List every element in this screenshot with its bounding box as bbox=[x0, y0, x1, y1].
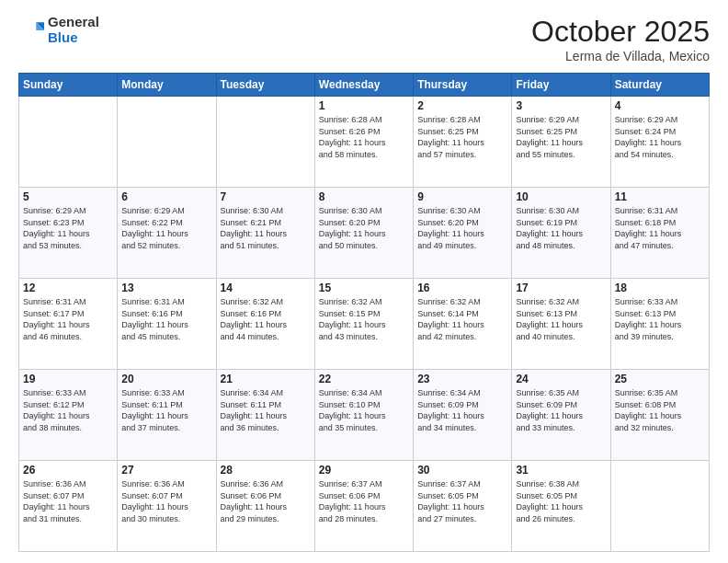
location-subtitle: Lerma de Villada, Mexico bbox=[531, 49, 710, 63]
calendar-cell: 24Sunrise: 6:35 AM Sunset: 6:09 PM Dayli… bbox=[512, 370, 610, 461]
day-number: 6 bbox=[121, 190, 211, 203]
day-info: Sunrise: 6:29 AM Sunset: 6:22 PM Dayligh… bbox=[121, 205, 211, 251]
day-info: Sunrise: 6:29 AM Sunset: 6:23 PM Dayligh… bbox=[23, 205, 113, 251]
logo-text: General Blue bbox=[48, 15, 99, 45]
header: General Blue October 2025 Lerma de Villa… bbox=[18, 15, 710, 63]
calendar-cell: 28Sunrise: 6:36 AM Sunset: 6:06 PM Dayli… bbox=[216, 461, 314, 552]
day-info: Sunrise: 6:38 AM Sunset: 6:05 PM Dayligh… bbox=[516, 478, 606, 524]
calendar-cell: 3Sunrise: 6:29 AM Sunset: 6:25 PM Daylig… bbox=[512, 97, 610, 188]
day-header-sunday: Sunday bbox=[19, 74, 118, 97]
day-info: Sunrise: 6:36 AM Sunset: 6:07 PM Dayligh… bbox=[23, 478, 113, 524]
day-info: Sunrise: 6:37 AM Sunset: 6:05 PM Dayligh… bbox=[417, 478, 507, 524]
day-number: 19 bbox=[23, 373, 113, 385]
day-header-thursday: Thursday bbox=[414, 74, 512, 97]
day-number: 26 bbox=[23, 464, 113, 477]
logo-general: General bbox=[48, 14, 99, 29]
calendar-cell: 14Sunrise: 6:32 AM Sunset: 6:16 PM Dayli… bbox=[216, 279, 314, 370]
calendar-cell: 13Sunrise: 6:31 AM Sunset: 6:16 PM Dayli… bbox=[118, 279, 216, 370]
day-number: 12 bbox=[23, 282, 113, 294]
calendar-cell: 5Sunrise: 6:29 AM Sunset: 6:23 PM Daylig… bbox=[19, 188, 118, 279]
day-info: Sunrise: 6:31 AM Sunset: 6:17 PM Dayligh… bbox=[23, 296, 113, 342]
calendar-header-row: SundayMondayTuesdayWednesdayThursdayFrid… bbox=[19, 74, 710, 97]
calendar-cell: 1Sunrise: 6:28 AM Sunset: 6:26 PM Daylig… bbox=[314, 97, 413, 188]
calendar-cell: 23Sunrise: 6:34 AM Sunset: 6:09 PM Dayli… bbox=[414, 370, 512, 461]
calendar-cell: 16Sunrise: 6:32 AM Sunset: 6:14 PM Dayli… bbox=[414, 279, 512, 370]
day-header-saturday: Saturday bbox=[610, 74, 709, 97]
calendar-week-2: 5Sunrise: 6:29 AM Sunset: 6:23 PM Daylig… bbox=[19, 188, 710, 279]
calendar-cell: 17Sunrise: 6:32 AM Sunset: 6:13 PM Dayli… bbox=[512, 279, 610, 370]
day-number: 4 bbox=[615, 99, 705, 112]
calendar-cell: 9Sunrise: 6:30 AM Sunset: 6:20 PM Daylig… bbox=[414, 188, 512, 279]
day-number: 25 bbox=[615, 373, 705, 385]
calendar-cell: 10Sunrise: 6:30 AM Sunset: 6:19 PM Dayli… bbox=[512, 188, 610, 279]
day-number: 8 bbox=[319, 190, 409, 203]
day-info: Sunrise: 6:29 AM Sunset: 6:24 PM Dayligh… bbox=[615, 114, 705, 160]
day-info: Sunrise: 6:33 AM Sunset: 6:13 PM Dayligh… bbox=[615, 296, 705, 342]
calendar-cell: 4Sunrise: 6:29 AM Sunset: 6:24 PM Daylig… bbox=[610, 97, 709, 188]
day-info: Sunrise: 6:31 AM Sunset: 6:16 PM Dayligh… bbox=[121, 296, 211, 342]
day-info: Sunrise: 6:35 AM Sunset: 6:08 PM Dayligh… bbox=[615, 387, 705, 433]
day-number: 27 bbox=[121, 464, 211, 477]
calendar-cell: 26Sunrise: 6:36 AM Sunset: 6:07 PM Dayli… bbox=[19, 461, 118, 552]
day-number: 21 bbox=[221, 373, 311, 385]
calendar-cell bbox=[19, 97, 118, 188]
month-title: October 2025 bbox=[531, 15, 710, 49]
day-number: 30 bbox=[417, 464, 507, 477]
day-number: 7 bbox=[221, 190, 311, 203]
day-number: 1 bbox=[319, 99, 409, 112]
calendar-cell: 22Sunrise: 6:34 AM Sunset: 6:10 PM Dayli… bbox=[314, 370, 413, 461]
day-info: Sunrise: 6:37 AM Sunset: 6:06 PM Dayligh… bbox=[319, 478, 409, 524]
day-number: 14 bbox=[221, 282, 311, 294]
calendar-cell: 15Sunrise: 6:32 AM Sunset: 6:15 PM Dayli… bbox=[314, 279, 413, 370]
calendar-cell bbox=[118, 97, 216, 188]
calendar-week-3: 12Sunrise: 6:31 AM Sunset: 6:17 PM Dayli… bbox=[19, 279, 710, 370]
page: General Blue October 2025 Lerma de Villa… bbox=[0, 0, 728, 563]
day-number: 11 bbox=[615, 190, 705, 203]
calendar-cell: 31Sunrise: 6:38 AM Sunset: 6:05 PM Dayli… bbox=[512, 461, 610, 552]
day-info: Sunrise: 6:34 AM Sunset: 6:11 PM Dayligh… bbox=[221, 387, 311, 433]
day-info: Sunrise: 6:30 AM Sunset: 6:19 PM Dayligh… bbox=[516, 205, 606, 251]
day-info: Sunrise: 6:33 AM Sunset: 6:12 PM Dayligh… bbox=[23, 387, 113, 433]
calendar-cell bbox=[610, 461, 709, 552]
calendar-cell: 29Sunrise: 6:37 AM Sunset: 6:06 PM Dayli… bbox=[314, 461, 413, 552]
day-number: 5 bbox=[23, 190, 113, 203]
day-number: 31 bbox=[516, 464, 606, 477]
day-number: 13 bbox=[121, 282, 211, 294]
calendar-cell: 30Sunrise: 6:37 AM Sunset: 6:05 PM Dayli… bbox=[414, 461, 512, 552]
day-info: Sunrise: 6:30 AM Sunset: 6:20 PM Dayligh… bbox=[319, 205, 409, 251]
day-number: 24 bbox=[516, 373, 606, 385]
day-number: 23 bbox=[417, 373, 507, 385]
day-info: Sunrise: 6:29 AM Sunset: 6:25 PM Dayligh… bbox=[516, 114, 606, 160]
day-number: 15 bbox=[319, 282, 409, 294]
day-number: 3 bbox=[516, 99, 606, 112]
calendar-cell: 7Sunrise: 6:30 AM Sunset: 6:21 PM Daylig… bbox=[216, 188, 314, 279]
day-info: Sunrise: 6:30 AM Sunset: 6:21 PM Dayligh… bbox=[221, 205, 311, 251]
calendar-cell: 21Sunrise: 6:34 AM Sunset: 6:11 PM Dayli… bbox=[216, 370, 314, 461]
day-info: Sunrise: 6:30 AM Sunset: 6:20 PM Dayligh… bbox=[417, 205, 507, 251]
day-header-wednesday: Wednesday bbox=[314, 74, 413, 97]
calendar-cell: 20Sunrise: 6:33 AM Sunset: 6:11 PM Dayli… bbox=[118, 370, 216, 461]
calendar-cell: 12Sunrise: 6:31 AM Sunset: 6:17 PM Dayli… bbox=[19, 279, 118, 370]
logo-icon bbox=[18, 17, 44, 43]
day-info: Sunrise: 6:28 AM Sunset: 6:26 PM Dayligh… bbox=[319, 114, 409, 160]
day-info: Sunrise: 6:31 AM Sunset: 6:18 PM Dayligh… bbox=[615, 205, 705, 251]
day-number: 17 bbox=[516, 282, 606, 294]
day-info: Sunrise: 6:35 AM Sunset: 6:09 PM Dayligh… bbox=[516, 387, 606, 433]
calendar-cell: 27Sunrise: 6:36 AM Sunset: 6:07 PM Dayli… bbox=[118, 461, 216, 552]
day-info: Sunrise: 6:28 AM Sunset: 6:25 PM Dayligh… bbox=[417, 114, 507, 160]
calendar-cell: 18Sunrise: 6:33 AM Sunset: 6:13 PM Dayli… bbox=[610, 279, 709, 370]
calendar-week-5: 26Sunrise: 6:36 AM Sunset: 6:07 PM Dayli… bbox=[19, 461, 710, 552]
day-info: Sunrise: 6:34 AM Sunset: 6:09 PM Dayligh… bbox=[417, 387, 507, 433]
calendar-week-4: 19Sunrise: 6:33 AM Sunset: 6:12 PM Dayli… bbox=[19, 370, 710, 461]
calendar-cell: 8Sunrise: 6:30 AM Sunset: 6:20 PM Daylig… bbox=[314, 188, 413, 279]
day-number: 20 bbox=[121, 373, 211, 385]
day-number: 22 bbox=[319, 373, 409, 385]
calendar-table: SundayMondayTuesdayWednesdayThursdayFrid… bbox=[18, 73, 710, 552]
day-header-friday: Friday bbox=[512, 74, 610, 97]
day-info: Sunrise: 6:32 AM Sunset: 6:14 PM Dayligh… bbox=[417, 296, 507, 342]
day-info: Sunrise: 6:32 AM Sunset: 6:13 PM Dayligh… bbox=[516, 296, 606, 342]
day-number: 16 bbox=[417, 282, 507, 294]
calendar-cell: 2Sunrise: 6:28 AM Sunset: 6:25 PM Daylig… bbox=[414, 97, 512, 188]
calendar-week-1: 1Sunrise: 6:28 AM Sunset: 6:26 PM Daylig… bbox=[19, 97, 710, 188]
calendar-cell: 25Sunrise: 6:35 AM Sunset: 6:08 PM Dayli… bbox=[610, 370, 709, 461]
